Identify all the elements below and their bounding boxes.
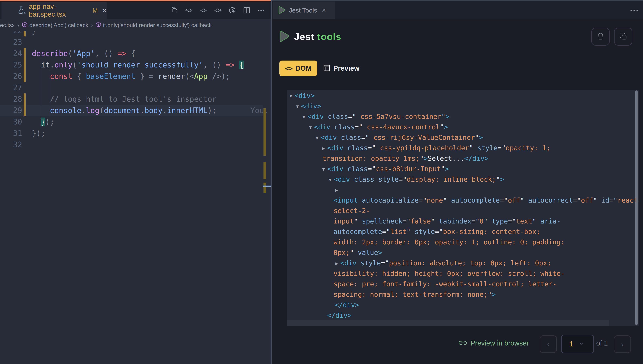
- tree-row[interactable]: ▶<div style="position: absolute; top: 0p…: [287, 258, 639, 268]
- tab-dom[interactable]: <> DOM: [279, 60, 317, 76]
- jest-play-icon: [277, 6, 286, 16]
- line-number: 29: [0, 105, 22, 116]
- jest-play-icon-large: [278, 30, 290, 44]
- tree-row[interactable]: </div>: [287, 300, 639, 310]
- overview-ruler-cursor-line: [263, 186, 271, 187]
- tree-row[interactable]: transition: opacity 1ms;">Select...</div…: [287, 153, 639, 164]
- link-chain-icon: [458, 340, 468, 347]
- tree-row[interactable]: width: 2px; border: 0px; opacity: 1; out…: [287, 237, 639, 248]
- ruler-modified-mark: [264, 182, 266, 193]
- chevron-down-icon: [573, 342, 584, 346]
- code-text: });: [32, 116, 54, 128]
- page-next-button[interactable]: ›: [614, 336, 631, 353]
- gutter-modified-indicator: [24, 105, 26, 116]
- panel-header: Jest tools: [278, 30, 341, 43]
- panel-more-actions-icon[interactable]: [630, 7, 639, 14]
- tree-row[interactable]: ▼<div class=" css-rij6sy-ValueContainer"…: [287, 132, 639, 143]
- trash-icon: [597, 32, 604, 41]
- tree-row[interactable]: select-2-: [287, 206, 639, 216]
- expander-expanded-icon[interactable]: ▼: [309, 125, 312, 130]
- copy-icon: [619, 32, 627, 41]
- tree-row[interactable]: ▼<div class="css-b8ldur-Input">: [287, 164, 639, 174]
- vertical-scrollbar[interactable]: [635, 90, 637, 325]
- expander-collapsed-icon[interactable]: ▶: [335, 188, 338, 193]
- tree-row[interactable]: space: pre; font-family: -webkit-small-c…: [287, 279, 639, 289]
- horizontal-scrollbar[interactable]: [287, 320, 609, 326]
- expander-expanded-icon[interactable]: ▼: [316, 135, 318, 140]
- tree-row[interactable]: ▶<div class=" css-ypi1dq-placeholder" st…: [287, 143, 639, 153]
- tree-row[interactable]: autocomplete="list" style="box-sizing: c…: [287, 226, 639, 237]
- tree-row[interactable]: ▼<div class=" css-4avucx-control">: [287, 122, 639, 132]
- editor-tab-app-nav-bar-spec[interactable]: TS app-nav-bar.spec.tsx M ×: [2, 2, 107, 19]
- tab-preview[interactable]: Preview: [323, 64, 359, 72]
- breadcrumb-item[interactable]: ec.tsx: [0, 22, 15, 28]
- breadcrumb[interactable]: ec.tsx›describe('App') callback›it.only(…: [0, 19, 271, 31]
- code-line[interactable]: 31});: [0, 128, 271, 139]
- line-number: 28: [0, 94, 22, 105]
- tree-row[interactable]: 0px;" value>: [287, 248, 639, 258]
- tree-row[interactable]: ▼<div>: [287, 101, 639, 111]
- breadcrumb-item[interactable]: it.only('should render successfully') ca…: [103, 22, 212, 28]
- history-icon[interactable]: [225, 1, 239, 19]
- page-select[interactable]: 1: [561, 335, 594, 353]
- split-editor-icon[interactable]: [239, 1, 254, 19]
- ruler-modified-mark: [264, 162, 266, 180]
- panel-title-main: Jest: [294, 31, 314, 42]
- code-line[interactable]: 29 console.log(document.body.innerHTML);…: [0, 105, 263, 116]
- page-prev-button[interactable]: ‹: [540, 336, 557, 353]
- code-brackets-icon: <>: [285, 65, 293, 72]
- breadcrumb-separator: ›: [91, 22, 93, 29]
- code-line[interactable]: 24describe('App', () => {: [0, 48, 271, 59]
- tree-row[interactable]: </div>: [287, 310, 639, 321]
- tree-row[interactable]: ▼<div class=" css-5a7vsu-container">: [287, 111, 639, 122]
- line-number: 26: [0, 71, 22, 82]
- run-to-cursor-icon[interactable]: [196, 1, 210, 19]
- expander-expanded-icon[interactable]: ▼: [296, 104, 299, 109]
- code-text: console.log(document.body.innerHTML);: [32, 105, 217, 116]
- expander-expanded-icon[interactable]: ▼: [290, 94, 292, 99]
- panel-tab-bar: Jest Tools ×: [272, 1, 643, 19]
- view-toggle: <> DOM Preview: [279, 60, 359, 76]
- expander-expanded-icon[interactable]: ▼: [303, 114, 305, 120]
- tree-row[interactable]: ▼<div class style="display: inline-block…: [287, 174, 639, 184]
- expander-collapsed-icon[interactable]: ▶: [335, 261, 338, 266]
- jest-tab-close-icon[interactable]: ×: [322, 7, 326, 14]
- tree-row[interactable]: input" spellcheck="false" tabindex="0" t…: [287, 216, 639, 226]
- expander-expanded-icon[interactable]: ▼: [322, 167, 325, 172]
- breadcrumb-item[interactable]: describe('App') callback: [29, 22, 88, 28]
- line-number: 27: [0, 82, 22, 94]
- jest-tools-body: Jest tools: [272, 19, 643, 364]
- clear-output-button[interactable]: [591, 28, 610, 46]
- line-number: 23: [0, 36, 22, 48]
- git-compare-icon[interactable]: [167, 1, 182, 19]
- jest-tools-tab[interactable]: Jest Tools ×: [273, 2, 335, 19]
- tree-row[interactable]: visibility: hidden; height: 0px; overflo…: [287, 268, 639, 279]
- breadcrumb-separator: ›: [17, 22, 19, 29]
- pane-divider[interactable]: [271, 0, 272, 364]
- tree-row[interactable]: ▼<div>: [287, 90, 639, 101]
- navigate-forward-icon[interactable]: [210, 1, 225, 19]
- tree-row[interactable]: spacing: normal; text-transform: none;">: [287, 289, 639, 300]
- chevron-left-icon: ‹: [547, 340, 549, 348]
- tree-row[interactable]: <input autocapitalize="none" autocomplet…: [287, 195, 639, 206]
- line-number: 31: [0, 128, 22, 139]
- code-text: describe('App', () => {: [32, 48, 135, 59]
- page-number: 1: [569, 340, 573, 348]
- dom-inspector-tree[interactable]: ▼<div>▼<div>▼<div class=" css-5a7vsu-con…: [287, 90, 639, 326]
- symbol-cube-icon: [22, 22, 28, 29]
- copy-output-button[interactable]: [614, 28, 632, 46]
- editor-tab-close-icon[interactable]: ×: [102, 7, 107, 14]
- tree-row[interactable]: ▶: [287, 184, 639, 195]
- more-actions-icon[interactable]: [254, 1, 268, 19]
- code-line[interactable]: 32: [0, 139, 271, 150]
- line-number: 32: [0, 139, 22, 150]
- editor-tab-title: app-nav-bar.spec.tsx: [29, 2, 88, 18]
- expander-collapsed-icon[interactable]: ▶: [322, 146, 325, 151]
- code-line[interactable]: 23: [0, 36, 271, 48]
- expander-expanded-icon[interactable]: ▼: [329, 177, 331, 182]
- preview-tab-label: Preview: [333, 64, 359, 72]
- navigate-back-icon[interactable]: [182, 1, 196, 19]
- preview-link-label: Preview in browser: [471, 339, 529, 347]
- symbol-cube-icon: [96, 22, 101, 29]
- preview-in-browser-link[interactable]: Preview in browser: [458, 339, 529, 347]
